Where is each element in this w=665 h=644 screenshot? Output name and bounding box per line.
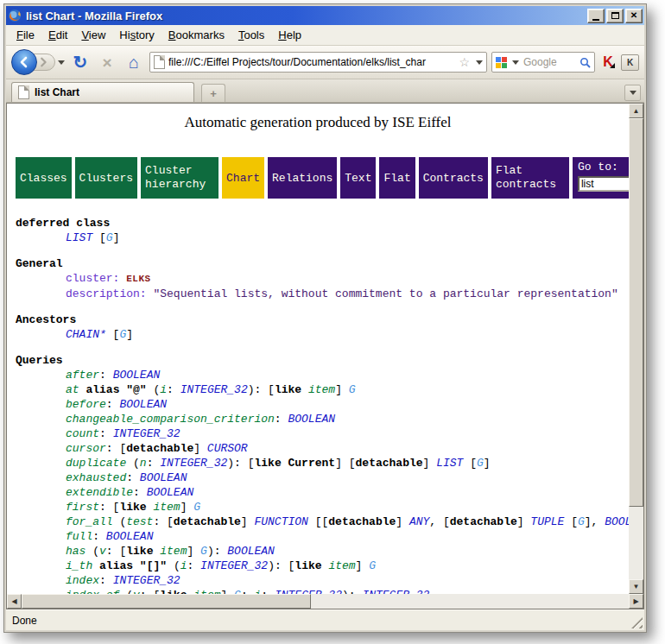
class-link[interactable]: BOOLEAN	[113, 369, 161, 382]
class-link[interactable]: G	[477, 457, 484, 470]
code-token: :	[99, 427, 113, 440]
code-token: like	[254, 457, 281, 470]
bookmark-star-icon[interactable]: ☆	[459, 56, 470, 68]
class-link[interactable]: INTEGER_32	[113, 574, 180, 587]
search-engine-dropdown-caret[interactable]	[512, 60, 519, 65]
class-link[interactable]: INTEGER_32	[160, 457, 227, 470]
nav-button-classes[interactable]: Classes	[16, 157, 72, 199]
class-link[interactable]: BOOLEAN	[119, 398, 167, 411]
search-icon[interactable]	[580, 57, 591, 68]
nav-button-contracts[interactable]: Contracts	[419, 157, 488, 199]
search-box[interactable]	[491, 52, 595, 73]
tab-list-chart[interactable]: list Chart	[11, 82, 194, 102]
goto-label: Go to:	[578, 161, 618, 174]
class-link[interactable]: G	[193, 501, 200, 514]
class-link[interactable]: ANY	[409, 515, 429, 528]
class-link[interactable]: CURSOR	[207, 442, 248, 455]
menu-bookmarks[interactable]: Bookmarks	[162, 26, 231, 44]
class-link[interactable]: BOOLEAN	[605, 515, 629, 528]
class-link[interactable]: BOOLEAN	[288, 413, 335, 426]
stop-button[interactable]: ×	[96, 50, 118, 74]
class-link[interactable]: G	[578, 515, 585, 528]
nav-button-text[interactable]: Text	[340, 157, 376, 199]
class-link[interactable]: G	[349, 383, 356, 396]
vertical-scrollbar[interactable]: ▲ ▼	[629, 104, 643, 594]
code-token: like	[294, 559, 321, 572]
code-token: item	[153, 501, 180, 514]
maximize-button[interactable]	[606, 9, 624, 23]
minimize-icon	[592, 19, 599, 21]
tab-list-caret-icon	[630, 91, 636, 95]
horizontal-scrollbar[interactable]: ◀ ▶	[7, 594, 643, 609]
menu-tools[interactable]: Tools	[231, 26, 271, 44]
class-link[interactable]: G	[369, 559, 376, 572]
class-link[interactable]: G	[106, 231, 113, 244]
k-addon-button[interactable]: K	[621, 54, 639, 71]
nav-button-clusters[interactable]: Clusters	[75, 157, 137, 199]
class-link[interactable]: G	[200, 545, 207, 558]
code-token: :	[126, 471, 140, 484]
kaspersky-icon[interactable]: K	[599, 54, 617, 70]
code-line: at alias "@" (i: INTEGER_32): [like item…	[7, 382, 629, 397]
class-link[interactable]: BOOLEAN	[140, 471, 187, 484]
code-token: detachable	[174, 515, 241, 528]
search-input[interactable]	[522, 55, 577, 69]
class-link[interactable]: BOOLEAN	[227, 545, 275, 558]
tab-page-icon	[18, 85, 29, 99]
refresh-button[interactable]: ↻	[69, 50, 92, 74]
class-link[interactable]: INTEGER_32	[180, 383, 248, 396]
code-token: i	[180, 559, 187, 572]
class-link[interactable]: INTEGER_32	[200, 559, 268, 572]
code-token: ELKS	[126, 274, 150, 284]
url-bar[interactable]: file:///C:/Eiffel Projects/tour/Document…	[149, 52, 487, 73]
nav-button-cluster-hierarchy[interactable]: Cluster hierarchy	[141, 157, 218, 199]
horizontal-scroll-thumb[interactable]	[22, 594, 311, 609]
code-token: i	[160, 383, 167, 396]
vertical-scroll-thumb[interactable]	[629, 118, 643, 507]
class-link[interactable]: TUPLE	[530, 515, 564, 528]
scroll-right-button[interactable]: ▶	[629, 594, 643, 609]
resize-grip[interactable]	[631, 617, 643, 628]
menu-view[interactable]: View	[74, 26, 112, 44]
code-token: ]	[517, 515, 531, 528]
nav-button-flat-contracts[interactable]: Flat contracts	[491, 157, 569, 199]
menu-file[interactable]: File	[10, 26, 41, 44]
code-token: detachable	[356, 457, 423, 470]
history-dropdown-caret[interactable]	[58, 60, 65, 65]
minimize-button[interactable]	[587, 9, 605, 23]
class-link[interactable]: CHAIN*	[66, 328, 106, 341]
class-link[interactable]: BOOLEAN	[147, 486, 194, 499]
nav-button-flat[interactable]: Flat	[379, 157, 415, 199]
scroll-down-button[interactable]: ▼	[629, 579, 643, 594]
goto-input[interactable]	[578, 176, 629, 192]
nav-button-chart[interactable]: Chart	[222, 157, 264, 199]
new-tab-button[interactable]: +	[201, 84, 225, 102]
class-link[interactable]: LIST	[66, 231, 92, 244]
code-token: : [	[99, 501, 119, 514]
browser-window: list Chart - Mozilla Firefox ✕ FileEditV…	[3, 3, 647, 633]
menu-history[interactable]: History	[112, 26, 161, 44]
class-link[interactable]: BOOLEAN	[106, 530, 154, 543]
nav-button-relations[interactable]: Relations	[268, 157, 337, 199]
code-token: before	[66, 398, 106, 411]
code-token: "[]"	[140, 559, 167, 572]
scroll-up-button[interactable]: ▲	[629, 104, 643, 118]
tab-list-dropdown-button[interactable]	[624, 85, 641, 101]
code-line: i_th alias "[]" (i: INTEGER_32): [like i…	[7, 559, 629, 573]
scroll-left-button[interactable]: ◀	[7, 594, 22, 609]
code-token: index	[66, 574, 99, 587]
class-link[interactable]: INTEGER_32	[113, 427, 180, 440]
code-token: ]	[484, 457, 491, 470]
code-token: (	[86, 545, 99, 558]
url-dropdown-caret[interactable]	[476, 60, 483, 65]
home-button[interactable]: ⌂	[123, 50, 145, 74]
class-link[interactable]: LIST	[436, 457, 463, 470]
menu-help[interactable]: Help	[271, 26, 308, 44]
class-link[interactable]: FUNCTION	[254, 515, 307, 528]
menu-edit[interactable]: Edit	[41, 26, 74, 44]
url-text[interactable]: file:///C:/Eiffel Projects/tour/Document…	[168, 56, 455, 68]
section-header: Ancestors	[7, 313, 629, 327]
back-button[interactable]	[11, 49, 37, 75]
code-token: cursor	[66, 442, 106, 455]
close-button[interactable]: ✕	[625, 9, 643, 23]
